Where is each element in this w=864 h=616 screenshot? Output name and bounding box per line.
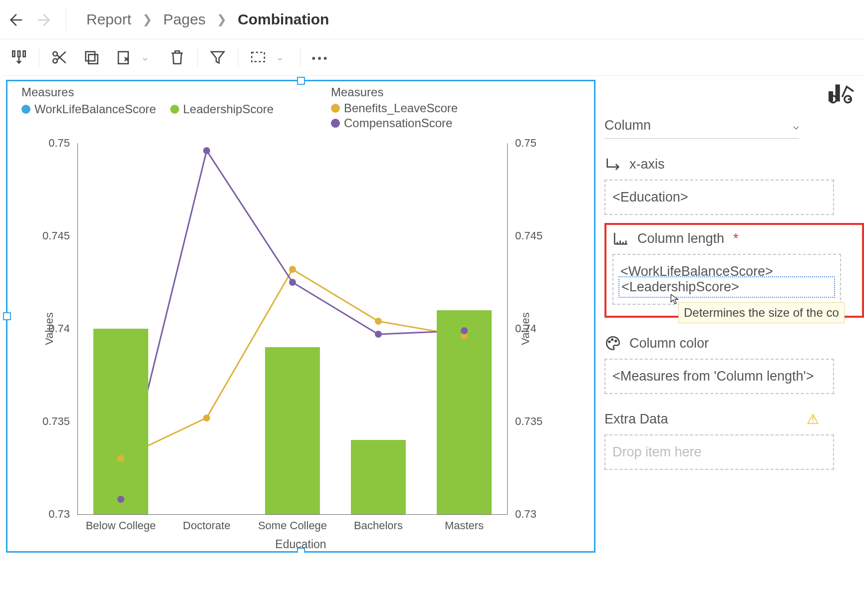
slot-label-extra-data: Extra Data ⚠ (604, 411, 819, 427)
swatch-blue-icon (21, 105, 30, 114)
y-tick-left: 0.735 (42, 415, 78, 428)
swatch-yellow-icon (331, 104, 340, 113)
resize-handle-left[interactable] (3, 312, 11, 320)
resize-handle-top[interactable] (297, 77, 305, 85)
chart-point[interactable] (461, 327, 468, 334)
legend-label: CompensationScore (344, 116, 452, 130)
legend-item-compensation[interactable]: CompensationScore (331, 116, 458, 130)
chart-bar[interactable] (437, 310, 492, 514)
slot-column-length-value-1[interactable]: <LeadershipScore> (618, 276, 835, 298)
slot-xaxis-dropzone[interactable]: <Education> (604, 180, 834, 215)
chart-point[interactable] (117, 496, 124, 503)
chart-point[interactable] (203, 147, 210, 154)
slot-extra-data-dropzone[interactable]: Drop item here (604, 434, 834, 470)
chart-point[interactable] (203, 414, 210, 421)
chart-bar[interactable] (351, 440, 406, 514)
tool-cut-button[interactable] (44, 49, 74, 66)
tool-insert-button[interactable] (4, 49, 34, 66)
legend-item-benefits[interactable]: Benefits_LeaveScore (331, 101, 458, 115)
panel-type-label: Column (604, 118, 651, 133)
x-tick: Masters (445, 514, 484, 532)
chart-widget[interactable]: Measures WorkLifeBalanceScore Leadership… (6, 80, 595, 553)
y-tick-right: 0.73 (507, 508, 537, 521)
svg-point-14 (611, 339, 613, 341)
legend-item-worklife[interactable]: WorkLifeBalanceScore (21, 102, 156, 116)
tool-more-button[interactable]: ••• (305, 49, 335, 65)
breadcrumb-item-pages[interactable]: Pages (161, 11, 208, 28)
chart-point[interactable] (117, 455, 124, 462)
chart-legend: Measures WorkLifeBalanceScore Leadership… (7, 81, 594, 131)
chart-bar[interactable] (265, 347, 320, 514)
breadcrumb-bar: Report ❯ Pages ❯ Combination (0, 0, 864, 39)
legend-label: Benefits_LeaveScore (344, 101, 458, 115)
chart-point[interactable] (375, 318, 382, 325)
y-tick-left: 0.745 (42, 229, 78, 242)
insert-icon (10, 49, 27, 66)
config-panel: Column ⌵ x-axis <Education> Column lengt… (595, 76, 864, 553)
chevron-right-icon: ❯ (133, 12, 161, 26)
separator (238, 48, 238, 67)
slot-column-color-value: <Measures from 'Column length'> (612, 369, 814, 384)
y-tick-right: 0.735 (507, 415, 543, 428)
nav-forward-button[interactable] (30, 10, 60, 28)
tool-selection-dropdown[interactable]: ⌵ (265, 53, 295, 62)
chart-bar[interactable] (93, 329, 148, 514)
slot-column-color-dropzone[interactable]: <Measures from 'Column length'> (604, 359, 834, 394)
separator (39, 48, 39, 67)
plot-area: Values Values 0.730.730.7350.7350.740.74… (77, 143, 508, 515)
slot-column-length-group: Column length * <WorkLifeBalanceScore> <… (604, 223, 864, 318)
warning-icon: ⚠ (807, 411, 819, 427)
y-tick-right: 0.74 (507, 322, 537, 335)
tool-copy-button[interactable] (76, 49, 106, 66)
slot-column-length-value-1-text: <LeadershipScore> (621, 279, 739, 294)
chart-plot: Values Values 0.730.730.7350.7350.740.74… (17, 143, 584, 551)
tool-delete-button[interactable] (162, 49, 192, 66)
legend-right-header: Measures (331, 85, 458, 99)
tooltip: Determines the size of the co (678, 302, 845, 323)
chevron-right-icon: ❯ (208, 12, 236, 26)
x-axis-label: Education (17, 538, 584, 551)
palette-icon (604, 335, 621, 352)
arrow-left-icon (6, 11, 23, 28)
breadcrumb-item-report[interactable]: Report (84, 11, 133, 28)
svg-point-15 (615, 340, 616, 342)
breadcrumb-item-current: Combination (236, 11, 331, 28)
required-indicator: * (733, 231, 739, 246)
paste-icon (115, 49, 132, 66)
arrow-right-icon (36, 11, 53, 28)
slot-label-text: Column length (637, 231, 724, 246)
nav-back-button[interactable] (0, 10, 30, 28)
legend-label: LeadershipScore (183, 102, 274, 116)
slot-label-text: x-axis (629, 157, 665, 172)
y-tick-right: 0.75 (507, 137, 537, 150)
chart-point[interactable] (289, 266, 296, 273)
separator (197, 48, 198, 67)
chart-point[interactable] (375, 331, 382, 338)
slot-extra-data-placeholder: Drop item here (612, 444, 702, 459)
slot-label-text: Column color (629, 336, 709, 351)
y-tick-left: 0.75 (48, 137, 78, 150)
x-tick: Some College (258, 514, 327, 532)
slot-label-text: Extra Data (604, 411, 668, 427)
trash-icon (169, 49, 186, 66)
panel-type-selector[interactable]: Column ⌵ (604, 118, 799, 139)
legend-item-leadership[interactable]: LeadershipScore (170, 102, 274, 116)
slot-label-xaxis: x-axis (604, 156, 864, 173)
x-tick: Doctorate (183, 514, 230, 532)
legend-label: WorkLifeBalanceScore (34, 102, 156, 116)
ruler-icon (612, 230, 629, 247)
slot-label-column-color: Column color (604, 335, 864, 352)
svg-rect-8 (252, 52, 265, 61)
x-tick: Bachelors (354, 514, 403, 532)
slot-column-length-dropzone[interactable]: <WorkLifeBalanceScore> <LeadershipScore> (612, 254, 841, 305)
xaxis-icon (604, 156, 621, 173)
chart-point[interactable] (289, 279, 296, 286)
chart-type-icon[interactable] (827, 79, 855, 104)
svg-rect-1 (18, 51, 20, 57)
tool-paste-dropdown[interactable]: ⌵ (130, 53, 160, 62)
main-area: Measures WorkLifeBalanceScore Leadership… (0, 76, 864, 553)
svg-point-13 (609, 341, 610, 343)
copy-icon (83, 49, 100, 66)
tool-filter-button[interactable] (203, 49, 233, 66)
swatch-purple-icon (331, 119, 340, 128)
